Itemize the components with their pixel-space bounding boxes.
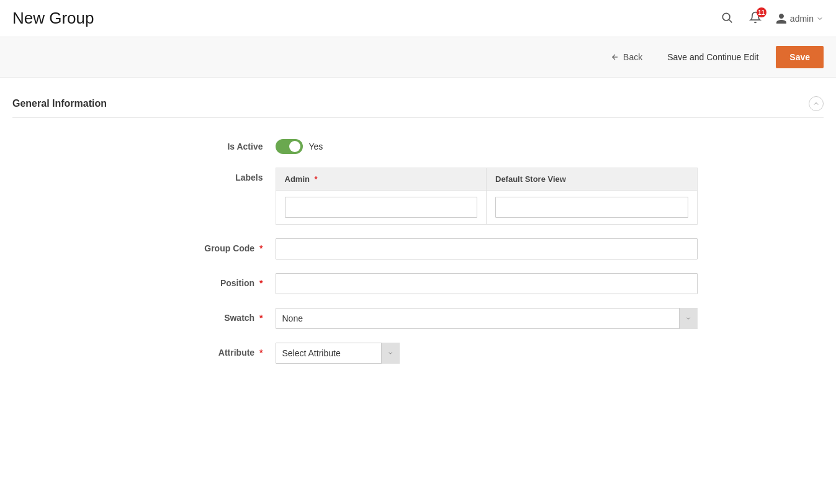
attribute-required: * [259, 348, 263, 358]
save-continue-button[interactable]: Save and Continue Edit [657, 47, 768, 67]
attribute-row: Attribute * Select Attribute [139, 343, 698, 364]
header-actions: 11 admin [718, 9, 824, 28]
top-header: New Group 11 admin [0, 0, 836, 37]
action-bar: Back Save and Continue Edit Save [0, 37, 836, 78]
attribute-label: Attribute * [139, 343, 276, 358]
admin-required: * [315, 174, 318, 184]
arrow-left-icon [611, 53, 619, 61]
form-area: Is Active Yes Labels [139, 137, 698, 364]
position-row: Position * [139, 273, 698, 294]
page-title: New Group [12, 9, 94, 28]
user-icon [775, 12, 788, 25]
position-label: Position * [139, 273, 276, 288]
save-button[interactable]: Save [776, 46, 824, 68]
position-input[interactable] [276, 273, 698, 294]
is-active-row: Is Active Yes [139, 137, 698, 154]
chevron-down-icon [816, 15, 824, 22]
is-active-value: Yes [309, 142, 323, 151]
swatch-control: None [276, 308, 698, 329]
attribute-select[interactable]: Select Attribute [276, 343, 400, 364]
search-icon [721, 11, 733, 24]
swatch-row: Swatch * None [139, 308, 698, 329]
labels-control: Admin * Default Store View [276, 168, 698, 225]
group-code-control [276, 238, 698, 259]
group-code-row: Group Code * [139, 238, 698, 259]
group-code-label: Group Code * [139, 238, 276, 253]
group-code-input[interactable] [276, 238, 698, 259]
admin-label: admin [790, 14, 814, 24]
admin-col-header: Admin * [276, 168, 487, 191]
svg-point-0 [722, 13, 730, 20]
chevron-up-icon [812, 100, 820, 107]
toggle-wrap: Yes [276, 137, 698, 154]
position-required: * [259, 278, 263, 288]
labels-label: Labels [139, 168, 276, 182]
admin-label-input[interactable] [285, 197, 478, 218]
notification-badge: 11 [757, 7, 766, 17]
swatch-select[interactable]: None [276, 308, 698, 329]
is-active-control: Yes [276, 137, 698, 154]
attribute-select-wrap: Select Attribute [276, 343, 400, 364]
position-control [276, 273, 698, 294]
store-view-col-header: Default Store View [487, 168, 698, 191]
group-code-required: * [259, 243, 263, 253]
admin-input-cell [276, 191, 487, 225]
labels-table: Admin * Default Store View [276, 168, 698, 225]
is-active-toggle[interactable] [276, 139, 303, 154]
notifications-button[interactable]: 11 [747, 9, 764, 28]
store-view-label-input[interactable] [495, 197, 688, 218]
swatch-select-wrap: None [276, 308, 698, 329]
section-header: General Information [12, 96, 824, 118]
swatch-required: * [259, 313, 263, 323]
swatch-label: Swatch * [139, 308, 276, 323]
admin-menu-button[interactable]: admin [775, 12, 824, 25]
back-button[interactable]: Back [603, 47, 650, 67]
is-active-label: Is Active [139, 137, 276, 151]
section-title: General Information [12, 98, 107, 109]
store-view-input-cell [487, 191, 698, 225]
main-content: General Information Is Active Yes [0, 78, 836, 396]
collapse-button[interactable] [809, 96, 824, 111]
toggle-slider [276, 139, 303, 154]
labels-row: Labels Admin * Default Store View [139, 168, 698, 225]
svg-line-1 [729, 20, 732, 23]
attribute-control: Select Attribute [276, 343, 698, 364]
search-button[interactable] [718, 9, 735, 28]
